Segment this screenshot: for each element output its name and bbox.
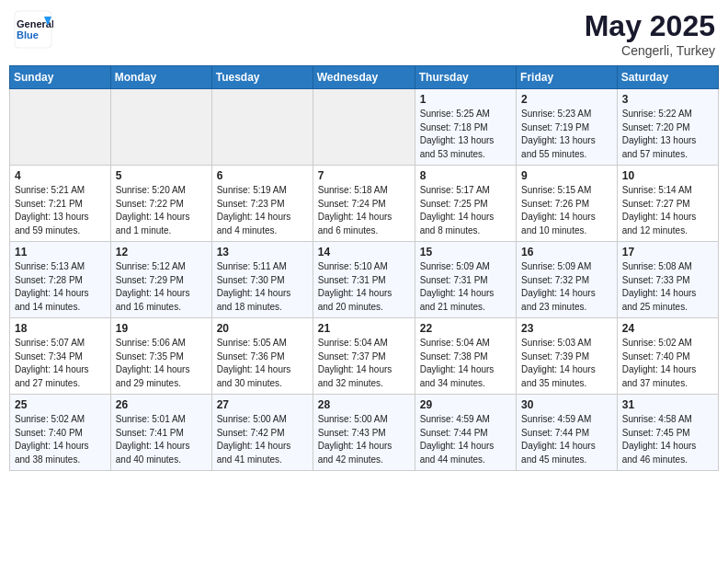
calendar-cell: 6Sunrise: 5:19 AM Sunset: 7:23 PM Daylig… [211,166,313,242]
day-number: 27 [217,398,308,411]
day-info: Sunrise: 5:13 AM Sunset: 7:28 PM Dayligh… [15,260,106,314]
calendar-cell: 31Sunrise: 4:58 AM Sunset: 7:45 PM Dayli… [617,395,718,471]
calendar-cell: 25Sunrise: 5:02 AM Sunset: 7:40 PM Dayli… [10,395,111,471]
day-number: 30 [521,398,612,411]
calendar-cell: 30Sunrise: 4:59 AM Sunset: 7:44 PM Dayli… [517,395,618,471]
calendar-week-row: 11Sunrise: 5:13 AM Sunset: 7:28 PM Dayli… [10,242,719,318]
calendar-cell: 26Sunrise: 5:01 AM Sunset: 7:41 PM Dayli… [110,395,211,471]
day-number: 1 [420,93,511,106]
title-block: May 2025 Cengerli, Turkey [585,9,715,58]
day-number: 3 [622,93,713,106]
page-header: General Blue May 2025 Cengerli, Turkey [9,9,719,58]
calendar-cell: 12Sunrise: 5:12 AM Sunset: 7:29 PM Dayli… [110,242,211,318]
day-info: Sunrise: 5:06 AM Sunset: 7:35 PM Dayligh… [116,337,207,390]
logo: General Blue [13,9,53,50]
day-info: Sunrise: 5:04 AM Sunset: 7:38 PM Dayligh… [420,337,511,390]
calendar-cell: 17Sunrise: 5:08 AM Sunset: 7:33 PM Dayli… [617,242,718,318]
calendar-cell: 15Sunrise: 5:09 AM Sunset: 7:31 PM Dayli… [415,242,516,318]
day-info: Sunrise: 5:02 AM Sunset: 7:40 PM Dayligh… [15,413,106,466]
calendar-cell [10,89,111,166]
day-number: 21 [318,322,410,335]
calendar-cell: 8Sunrise: 5:17 AM Sunset: 7:25 PM Daylig… [415,166,516,242]
day-number: 16 [521,246,612,259]
day-number: 17 [622,246,713,259]
day-info: Sunrise: 5:09 AM Sunset: 7:32 PM Dayligh… [521,260,612,314]
calendar-cell: 28Sunrise: 5:00 AM Sunset: 7:43 PM Dayli… [313,395,415,471]
day-number: 23 [521,322,612,335]
col-header-tuesday: Tuesday [211,66,313,89]
calendar-header-row: SundayMondayTuesdayWednesdayThursdayFrid… [10,66,719,89]
calendar-week-row: 25Sunrise: 5:02 AM Sunset: 7:40 PM Dayli… [10,395,719,471]
day-number: 19 [116,322,207,335]
day-number: 10 [622,169,713,182]
calendar-cell: 19Sunrise: 5:06 AM Sunset: 7:35 PM Dayli… [110,318,211,395]
day-info: Sunrise: 4:58 AM Sunset: 7:45 PM Dayligh… [622,413,713,466]
day-info: Sunrise: 5:12 AM Sunset: 7:29 PM Dayligh… [116,260,207,314]
day-number: 31 [622,398,713,411]
location-subtitle: Cengerli, Turkey [585,43,715,58]
day-number: 15 [420,246,511,259]
day-number: 18 [15,322,106,335]
day-info: Sunrise: 5:17 AM Sunset: 7:25 PM Dayligh… [420,184,511,237]
day-info: Sunrise: 5:05 AM Sunset: 7:36 PM Dayligh… [217,337,308,390]
day-info: Sunrise: 5:04 AM Sunset: 7:37 PM Dayligh… [318,337,410,390]
day-info: Sunrise: 5:15 AM Sunset: 7:26 PM Dayligh… [521,184,612,237]
col-header-monday: Monday [110,66,211,89]
day-number: 12 [116,246,207,259]
calendar-cell [211,89,313,166]
day-number: 20 [217,322,308,335]
day-number: 24 [622,322,713,335]
col-header-saturday: Saturday [617,66,718,89]
day-number: 22 [420,322,511,335]
day-number: 29 [420,398,511,411]
day-info: Sunrise: 5:08 AM Sunset: 7:33 PM Dayligh… [622,260,713,314]
day-number: 4 [15,169,106,182]
day-number: 13 [217,246,308,259]
day-info: Sunrise: 5:03 AM Sunset: 7:39 PM Dayligh… [521,337,612,390]
calendar-cell [110,89,211,166]
calendar-cell: 22Sunrise: 5:04 AM Sunset: 7:38 PM Dayli… [415,318,516,395]
col-header-thursday: Thursday [415,66,516,89]
day-info: Sunrise: 5:11 AM Sunset: 7:30 PM Dayligh… [217,260,308,314]
calendar-cell: 7Sunrise: 5:18 AM Sunset: 7:24 PM Daylig… [313,166,415,242]
day-info: Sunrise: 5:00 AM Sunset: 7:42 PM Dayligh… [217,413,308,466]
logo-icon: General Blue [13,9,53,50]
calendar-cell: 21Sunrise: 5:04 AM Sunset: 7:37 PM Dayli… [313,318,415,395]
calendar-cell: 20Sunrise: 5:05 AM Sunset: 7:36 PM Dayli… [211,318,313,395]
day-info: Sunrise: 5:01 AM Sunset: 7:41 PM Dayligh… [116,413,207,466]
calendar-cell: 4Sunrise: 5:21 AM Sunset: 7:21 PM Daylig… [10,166,111,242]
day-info: Sunrise: 5:21 AM Sunset: 7:21 PM Dayligh… [15,184,106,237]
day-info: Sunrise: 5:25 AM Sunset: 7:18 PM Dayligh… [420,108,511,161]
col-header-wednesday: Wednesday [313,66,415,89]
calendar-table: SundayMondayTuesdayWednesdayThursdayFrid… [9,65,719,471]
day-info: Sunrise: 5:22 AM Sunset: 7:20 PM Dayligh… [622,108,713,161]
calendar-cell: 5Sunrise: 5:20 AM Sunset: 7:22 PM Daylig… [110,166,211,242]
day-number: 28 [318,398,410,411]
calendar-cell: 29Sunrise: 4:59 AM Sunset: 7:44 PM Dayli… [415,395,516,471]
day-number: 7 [318,169,410,182]
calendar-cell: 23Sunrise: 5:03 AM Sunset: 7:39 PM Dayli… [517,318,618,395]
day-info: Sunrise: 5:19 AM Sunset: 7:23 PM Dayligh… [217,184,308,237]
svg-text:Blue: Blue [17,29,39,40]
day-number: 11 [15,246,106,259]
calendar-cell: 13Sunrise: 5:11 AM Sunset: 7:30 PM Dayli… [211,242,313,318]
calendar-week-row: 1Sunrise: 5:25 AM Sunset: 7:18 PM Daylig… [10,89,719,166]
calendar-cell: 24Sunrise: 5:02 AM Sunset: 7:40 PM Dayli… [617,318,718,395]
day-info: Sunrise: 5:02 AM Sunset: 7:40 PM Dayligh… [622,337,713,390]
calendar-cell: 11Sunrise: 5:13 AM Sunset: 7:28 PM Dayli… [10,242,111,318]
calendar-week-row: 4Sunrise: 5:21 AM Sunset: 7:21 PM Daylig… [10,166,719,242]
day-info: Sunrise: 5:18 AM Sunset: 7:24 PM Dayligh… [318,184,410,237]
day-info: Sunrise: 5:23 AM Sunset: 7:19 PM Dayligh… [521,108,612,161]
calendar-cell: 9Sunrise: 5:15 AM Sunset: 7:26 PM Daylig… [517,166,618,242]
day-number: 26 [116,398,207,411]
day-info: Sunrise: 5:10 AM Sunset: 7:31 PM Dayligh… [318,260,410,314]
calendar-cell: 18Sunrise: 5:07 AM Sunset: 7:34 PM Dayli… [10,318,111,395]
col-header-sunday: Sunday [10,66,111,89]
calendar-cell: 10Sunrise: 5:14 AM Sunset: 7:27 PM Dayli… [617,166,718,242]
day-info: Sunrise: 5:00 AM Sunset: 7:43 PM Dayligh… [318,413,410,466]
day-info: Sunrise: 5:09 AM Sunset: 7:31 PM Dayligh… [420,260,511,314]
col-header-friday: Friday [517,66,618,89]
day-number: 2 [521,93,612,106]
calendar-cell: 27Sunrise: 5:00 AM Sunset: 7:42 PM Dayli… [211,395,313,471]
calendar-cell [313,89,415,166]
